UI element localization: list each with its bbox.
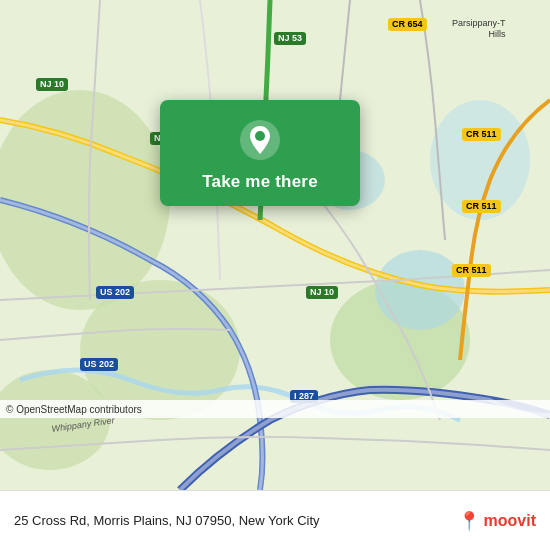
svg-point-10 bbox=[255, 131, 265, 141]
map-attribution: © OpenStreetMap contributors bbox=[0, 400, 550, 418]
moovit-logo: 📍 moovit bbox=[458, 510, 536, 532]
road-badge-cr511c: CR 511 bbox=[452, 264, 491, 277]
road-badge-cr654: CR 654 bbox=[388, 18, 427, 31]
address-text: 25 Cross Rd, Morris Plains, NJ 07950, Ne… bbox=[14, 513, 458, 528]
attribution-text: © OpenStreetMap contributors bbox=[6, 404, 142, 415]
road-badge-us202b: US 202 bbox=[96, 286, 134, 299]
road-badge-nj53: NJ 53 bbox=[274, 32, 306, 45]
moovit-logo-text: moovit bbox=[484, 512, 536, 530]
road-badge-nj10a: NJ 10 bbox=[36, 78, 68, 91]
moovit-pin-icon: 📍 bbox=[458, 510, 480, 532]
road-badge-cr511b: CR 511 bbox=[462, 200, 501, 213]
road-badge-cr511a: CR 511 bbox=[462, 128, 501, 141]
take-me-there-button[interactable]: Take me there bbox=[202, 172, 318, 192]
bottom-bar: 25 Cross Rd, Morris Plains, NJ 07950, Ne… bbox=[0, 490, 550, 550]
road-badge-us202c: US 202 bbox=[80, 358, 118, 371]
city-label-parsippany: Parsippany-THills bbox=[452, 18, 506, 40]
road-badge-nj10b: NJ 10 bbox=[306, 286, 338, 299]
location-card: Take me there bbox=[160, 100, 360, 206]
map-container: Whippany River CR 654 NJ 53 NJ 10 US 202… bbox=[0, 0, 550, 490]
pin-icon bbox=[238, 118, 282, 162]
